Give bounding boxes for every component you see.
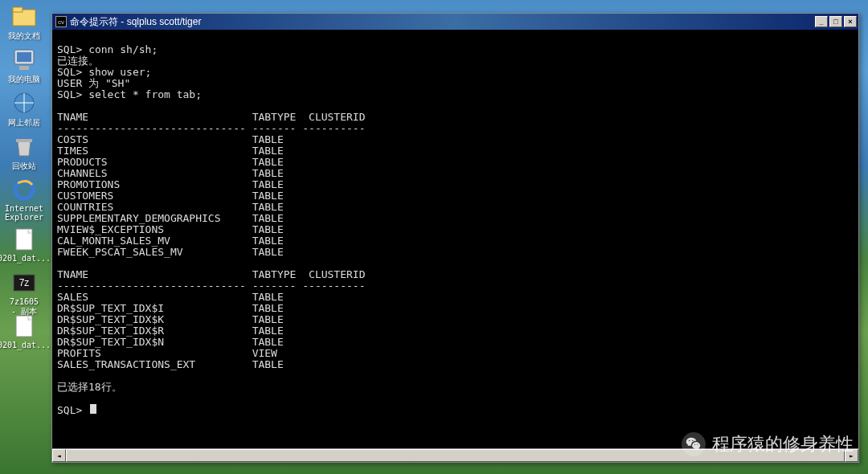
watermark-text: 程序猿的修身养性 (712, 432, 854, 456)
terminal-output[interactable]: SQL> conn sh/sh; 已连接。 SQL> show user; US… (52, 30, 858, 446)
desktop-icon-my-documents[interactable]: 我的文档 (5, 3, 43, 42)
svg-rect-3 (17, 52, 31, 62)
archive-icon: 7z (11, 270, 37, 296)
desktop-icon-file-2[interactable]: 0201_dat... (5, 313, 43, 349)
svg-rect-1 (13, 7, 23, 12)
desktop-icon-network[interactable]: 网上邻居 (5, 90, 43, 129)
desktop-icon-label: 我的文档 (8, 31, 40, 42)
computer-icon (11, 47, 37, 72)
window-title: 命令提示符 - sqlplus scott/tiger (70, 15, 815, 29)
trash-icon (11, 133, 37, 159)
titlebar[interactable]: cv 命令提示符 - sqlplus scott/tiger _ □ × (52, 14, 858, 30)
file-icon (11, 227, 37, 252)
desktop-icon-7z[interactable]: 7z 7z1605 - 副本 (5, 270, 43, 317)
desktop-icon-label: Internet Explorer (5, 204, 43, 222)
ie-icon (11, 177, 37, 202)
command-prompt-window: cv 命令提示符 - sqlplus scott/tiger _ □ × SQL… (51, 13, 859, 463)
folder-icon (11, 3, 37, 29)
desktop-icon-label: 我的电脑 (8, 74, 40, 85)
scroll-left-button[interactable]: ◄ (52, 449, 66, 462)
desktop-icon-file-1[interactable]: 0201_dat... (5, 227, 43, 263)
wechat-icon (682, 432, 706, 456)
svg-rect-4 (19, 66, 29, 70)
desktop-icon-label: 回收站 (12, 161, 36, 172)
svg-rect-6 (16, 139, 32, 142)
cmd-icon: cv (55, 16, 67, 27)
network-icon (11, 90, 37, 116)
desktop-icon-label: 网上邻居 (8, 117, 40, 129)
svg-text:7z: 7z (19, 277, 30, 288)
cursor (90, 404, 96, 414)
desktop-icon-label: 0201_dat... (0, 254, 51, 263)
desktop-icon-my-computer[interactable]: 我的电脑 (5, 47, 43, 85)
desktop-icon-label: 0201_dat... (0, 341, 51, 349)
watermark: 程序猿的修身养性 (682, 432, 854, 456)
desktop-icon-recycle-bin[interactable]: 回收站 (5, 133, 43, 172)
file-icon (11, 313, 37, 339)
minimize-button[interactable]: _ (815, 16, 828, 27)
maximize-button[interactable]: □ (829, 16, 842, 27)
desktop-icon-ie[interactable]: Internet Explorer (5, 177, 43, 222)
close-button[interactable]: × (844, 16, 857, 27)
